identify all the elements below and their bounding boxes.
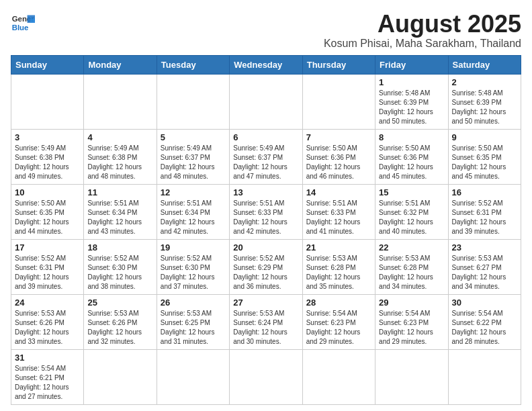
day-info: Sunrise: 5:50 AM Sunset: 6:36 PM Dayligh… — [306, 144, 371, 181]
calendar-cell: 3Sunrise: 5:49 AM Sunset: 6:38 PM Daylig… — [11, 129, 84, 184]
day-number: 18 — [87, 242, 152, 253]
col-header-monday: Monday — [84, 55, 157, 74]
day-number: 28 — [306, 298, 371, 308]
day-info: Sunrise: 5:51 AM Sunset: 6:34 PM Dayligh… — [161, 199, 226, 236]
day-info: Sunrise: 5:48 AM Sunset: 6:39 PM Dayligh… — [379, 89, 444, 126]
calendar-cell — [230, 349, 302, 404]
day-number: 14 — [306, 187, 371, 197]
day-number: 27 — [233, 298, 298, 308]
title-area: August 2025 Kosum Phisai, Maha Sarakham,… — [324, 11, 521, 50]
col-header-thursday: Thursday — [302, 55, 375, 74]
calendar-cell: 29Sunrise: 5:54 AM Sunset: 6:23 PM Dayli… — [375, 294, 448, 349]
col-header-saturday: Saturday — [448, 55, 521, 74]
calendar-cell: 16Sunrise: 5:52 AM Sunset: 6:31 PM Dayli… — [448, 184, 521, 239]
day-number: 23 — [452, 242, 517, 253]
calendar-cell: 2Sunrise: 5:48 AM Sunset: 6:39 PM Daylig… — [448, 74, 521, 129]
calendar-cell: 8Sunrise: 5:50 AM Sunset: 6:36 PM Daylig… — [375, 129, 448, 184]
calendar-cell: 5Sunrise: 5:49 AM Sunset: 6:37 PM Daylig… — [157, 129, 229, 184]
calendar-cell: 21Sunrise: 5:53 AM Sunset: 6:28 PM Dayli… — [302, 239, 375, 294]
generalblue-icon: General Blue — [11, 11, 35, 35]
day-number: 26 — [161, 298, 226, 308]
day-number: 20 — [233, 242, 298, 253]
calendar-cell — [448, 349, 521, 404]
day-number: 24 — [15, 298, 80, 308]
day-info: Sunrise: 5:50 AM Sunset: 6:35 PM Dayligh… — [452, 144, 517, 181]
calendar-cell: 31Sunrise: 5:54 AM Sunset: 6:21 PM Dayli… — [11, 349, 84, 404]
day-info: Sunrise: 5:52 AM Sunset: 6:31 PM Dayligh… — [452, 199, 517, 236]
day-number: 21 — [306, 242, 371, 253]
page-header: General Blue August 2025 Kosum Phisai, M… — [11, 11, 521, 50]
calendar-cell: 28Sunrise: 5:54 AM Sunset: 6:23 PM Dayli… — [302, 294, 375, 349]
calendar-cell: 1Sunrise: 5:48 AM Sunset: 6:39 PM Daylig… — [375, 74, 448, 129]
calendar-header: SundayMondayTuesdayWednesdayThursdayFrid… — [11, 55, 521, 74]
calendar-cell: 27Sunrise: 5:53 AM Sunset: 6:24 PM Dayli… — [230, 294, 302, 349]
day-info: Sunrise: 5:53 AM Sunset: 6:27 PM Dayligh… — [452, 254, 517, 291]
calendar-table: SundayMondayTuesdayWednesdayThursdayFrid… — [11, 55, 521, 405]
day-number: 10 — [15, 187, 80, 197]
day-info: Sunrise: 5:54 AM Sunset: 6:21 PM Dayligh… — [15, 364, 80, 402]
day-number: 2 — [452, 77, 517, 87]
day-info: Sunrise: 5:51 AM Sunset: 6:32 PM Dayligh… — [379, 199, 444, 236]
week-row-1: 1Sunrise: 5:48 AM Sunset: 6:39 PM Daylig… — [11, 74, 521, 129]
day-number: 6 — [233, 132, 298, 142]
day-number: 3 — [15, 132, 80, 142]
day-number: 13 — [233, 187, 298, 197]
day-info: Sunrise: 5:52 AM Sunset: 6:31 PM Dayligh… — [15, 254, 80, 291]
week-row-2: 3Sunrise: 5:49 AM Sunset: 6:38 PM Daylig… — [11, 129, 521, 184]
calendar-cell — [157, 349, 229, 404]
col-header-friday: Friday — [375, 55, 448, 74]
week-row-4: 17Sunrise: 5:52 AM Sunset: 6:31 PM Dayli… — [11, 239, 521, 294]
calendar-cell: 17Sunrise: 5:52 AM Sunset: 6:31 PM Dayli… — [11, 239, 84, 294]
day-number: 17 — [15, 242, 80, 253]
day-info: Sunrise: 5:51 AM Sunset: 6:33 PM Dayligh… — [306, 199, 371, 236]
calendar-cell: 15Sunrise: 5:51 AM Sunset: 6:32 PM Dayli… — [375, 184, 448, 239]
day-info: Sunrise: 5:51 AM Sunset: 6:33 PM Dayligh… — [233, 199, 298, 236]
day-info: Sunrise: 5:53 AM Sunset: 6:26 PM Dayligh… — [15, 309, 80, 347]
day-number: 22 — [379, 242, 444, 253]
week-row-5: 24Sunrise: 5:53 AM Sunset: 6:26 PM Dayli… — [11, 294, 521, 349]
location-subtitle: Kosum Phisai, Maha Sarakham, Thailand — [324, 38, 521, 50]
day-info: Sunrise: 5:49 AM Sunset: 6:37 PM Dayligh… — [233, 144, 298, 181]
day-info: Sunrise: 5:53 AM Sunset: 6:24 PM Dayligh… — [233, 309, 298, 347]
logo: General Blue — [11, 11, 35, 35]
calendar-cell — [84, 74, 157, 129]
calendar-cell: 22Sunrise: 5:53 AM Sunset: 6:28 PM Dayli… — [375, 239, 448, 294]
day-number: 16 — [452, 187, 517, 197]
calendar-cell: 30Sunrise: 5:54 AM Sunset: 6:22 PM Dayli… — [448, 294, 521, 349]
calendar-cell: 9Sunrise: 5:50 AM Sunset: 6:35 PM Daylig… — [448, 129, 521, 184]
calendar-cell: 25Sunrise: 5:53 AM Sunset: 6:26 PM Dayli… — [84, 294, 157, 349]
day-number: 8 — [379, 132, 444, 142]
calendar-cell: 18Sunrise: 5:52 AM Sunset: 6:30 PM Dayli… — [84, 239, 157, 294]
calendar-cell — [302, 74, 375, 129]
calendar-cell: 11Sunrise: 5:51 AM Sunset: 6:34 PM Dayli… — [84, 184, 157, 239]
day-info: Sunrise: 5:50 AM Sunset: 6:35 PM Dayligh… — [15, 199, 80, 236]
day-number: 30 — [452, 298, 517, 308]
calendar-cell — [375, 349, 448, 404]
calendar-cell: 26Sunrise: 5:53 AM Sunset: 6:25 PM Dayli… — [157, 294, 229, 349]
day-info: Sunrise: 5:53 AM Sunset: 6:25 PM Dayligh… — [161, 309, 226, 347]
day-info: Sunrise: 5:53 AM Sunset: 6:28 PM Dayligh… — [379, 254, 444, 291]
day-info: Sunrise: 5:52 AM Sunset: 6:30 PM Dayligh… — [87, 254, 152, 291]
day-info: Sunrise: 5:54 AM Sunset: 6:23 PM Dayligh… — [306, 309, 371, 347]
day-info: Sunrise: 5:53 AM Sunset: 6:28 PM Dayligh… — [306, 254, 371, 291]
day-number: 15 — [379, 187, 444, 197]
calendar-cell: 14Sunrise: 5:51 AM Sunset: 6:33 PM Dayli… — [302, 184, 375, 239]
day-info: Sunrise: 5:48 AM Sunset: 6:39 PM Dayligh… — [452, 89, 517, 126]
calendar-cell: 6Sunrise: 5:49 AM Sunset: 6:37 PM Daylig… — [230, 129, 302, 184]
calendar-cell — [302, 349, 375, 404]
day-info: Sunrise: 5:52 AM Sunset: 6:29 PM Dayligh… — [233, 254, 298, 291]
calendar-cell: 10Sunrise: 5:50 AM Sunset: 6:35 PM Dayli… — [11, 184, 84, 239]
day-info: Sunrise: 5:53 AM Sunset: 6:26 PM Dayligh… — [87, 309, 152, 347]
calendar-cell — [11, 74, 84, 129]
calendar-cell — [84, 349, 157, 404]
svg-text:Blue: Blue — [12, 24, 29, 32]
calendar-cell: 4Sunrise: 5:49 AM Sunset: 6:38 PM Daylig… — [84, 129, 157, 184]
day-number: 25 — [87, 298, 152, 308]
calendar-cell: 12Sunrise: 5:51 AM Sunset: 6:34 PM Dayli… — [157, 184, 229, 239]
day-info: Sunrise: 5:54 AM Sunset: 6:22 PM Dayligh… — [452, 309, 517, 347]
day-number: 4 — [87, 132, 152, 142]
day-info: Sunrise: 5:49 AM Sunset: 6:37 PM Dayligh… — [161, 144, 226, 181]
day-info: Sunrise: 5:49 AM Sunset: 6:38 PM Dayligh… — [15, 144, 80, 181]
day-number: 19 — [161, 242, 226, 253]
day-number: 31 — [15, 353, 80, 363]
